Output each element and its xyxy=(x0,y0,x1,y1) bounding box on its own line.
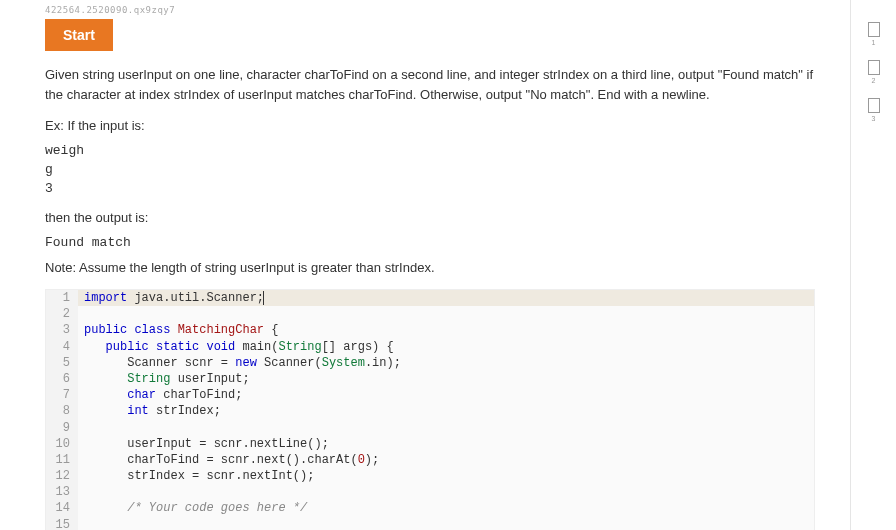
example-lead: Ex: If the input is: xyxy=(45,118,815,133)
text-cursor xyxy=(263,291,264,305)
example-input-line: 3 xyxy=(45,181,815,196)
code-line[interactable]: 7 char charToFind; xyxy=(46,387,814,403)
then-label: then the output is: xyxy=(45,210,815,225)
line-number: 6 xyxy=(46,371,78,387)
line-number: 4 xyxy=(46,339,78,355)
problem-panel: 422564.2520090.qx9zqy7 Start Given strin… xyxy=(0,0,851,530)
line-number: 1 xyxy=(46,290,78,306)
thumbnail-icon xyxy=(868,22,880,37)
code-line-text[interactable] xyxy=(78,420,814,436)
line-number: 9 xyxy=(46,420,78,436)
code-line[interactable]: 8 int strIndex; xyxy=(46,403,814,419)
code-line-text[interactable] xyxy=(78,306,814,322)
problem-statement: Given string userInput on one line, char… xyxy=(45,65,815,104)
line-number: 15 xyxy=(46,517,78,530)
line-number: 2 xyxy=(46,306,78,322)
page-thumbnail[interactable]: 1 xyxy=(868,22,880,46)
code-editor[interactable]: 1import java.util.Scanner;23public class… xyxy=(45,289,815,530)
code-line[interactable]: 1import java.util.Scanner; xyxy=(46,290,814,306)
code-line[interactable]: 12 strIndex = scnr.nextInt(); xyxy=(46,468,814,484)
code-line[interactable]: 10 userInput = scnr.nextLine(); xyxy=(46,436,814,452)
note-text: Note: Assume the length of string userIn… xyxy=(45,260,815,275)
code-line-text[interactable]: public class MatchingChar { xyxy=(78,322,814,338)
code-line-text[interactable] xyxy=(78,517,814,530)
code-line-text[interactable]: /* Your code goes here */ xyxy=(78,500,814,516)
thumbnail-icon xyxy=(868,98,880,113)
code-line[interactable]: 9 xyxy=(46,420,814,436)
code-line-text[interactable]: import java.util.Scanner; xyxy=(78,290,814,306)
code-line[interactable]: 11 charToFind = scnr.next().charAt(0); xyxy=(46,452,814,468)
code-line-text[interactable]: charToFind = scnr.next().charAt(0); xyxy=(78,452,814,468)
thumbnail-number: 1 xyxy=(872,39,876,46)
example-input-line: g xyxy=(45,162,815,177)
example-output: Found match xyxy=(45,235,815,250)
code-line[interactable]: 15 xyxy=(46,517,814,530)
meta-code: 422564.2520090.qx9zqy7 xyxy=(45,5,815,15)
code-line-text[interactable]: char charToFind; xyxy=(78,387,814,403)
start-button[interactable]: Start xyxy=(45,19,113,51)
code-line[interactable]: 14 /* Your code goes here */ xyxy=(46,500,814,516)
code-line[interactable]: 6 String userInput; xyxy=(46,371,814,387)
thumbnail-number: 3 xyxy=(872,115,876,122)
code-line-text[interactable]: String userInput; xyxy=(78,371,814,387)
example-input-line: weigh xyxy=(45,143,815,158)
code-line-text[interactable]: userInput = scnr.nextLine(); xyxy=(78,436,814,452)
code-line[interactable]: 5 Scanner scnr = new Scanner(System.in); xyxy=(46,355,814,371)
code-line[interactable]: 4 public static void main(String[] args)… xyxy=(46,339,814,355)
line-number: 14 xyxy=(46,500,78,516)
code-line[interactable]: 2 xyxy=(46,306,814,322)
line-number: 3 xyxy=(46,322,78,338)
thumbnail-icon xyxy=(868,60,880,75)
page-thumbnail[interactable]: 3 xyxy=(868,98,880,122)
example-input-block: weighg3 xyxy=(45,143,815,196)
line-number: 8 xyxy=(46,403,78,419)
line-number: 13 xyxy=(46,484,78,500)
line-number: 11 xyxy=(46,452,78,468)
thumbnail-number: 2 xyxy=(872,77,876,84)
code-line-text[interactable]: int strIndex; xyxy=(78,403,814,419)
code-line[interactable]: 3public class MatchingChar { xyxy=(46,322,814,338)
thumbnail-rail: 123 xyxy=(851,0,896,530)
page-thumbnail[interactable]: 2 xyxy=(868,60,880,84)
line-number: 10 xyxy=(46,436,78,452)
line-number: 5 xyxy=(46,355,78,371)
code-line-text[interactable]: public static void main(String[] args) { xyxy=(78,339,814,355)
line-number: 7 xyxy=(46,387,78,403)
code-line-text[interactable]: strIndex = scnr.nextInt(); xyxy=(78,468,814,484)
code-line-text[interactable]: Scanner scnr = new Scanner(System.in); xyxy=(78,355,814,371)
code-line-text[interactable] xyxy=(78,484,814,500)
line-number: 12 xyxy=(46,468,78,484)
code-line[interactable]: 13 xyxy=(46,484,814,500)
